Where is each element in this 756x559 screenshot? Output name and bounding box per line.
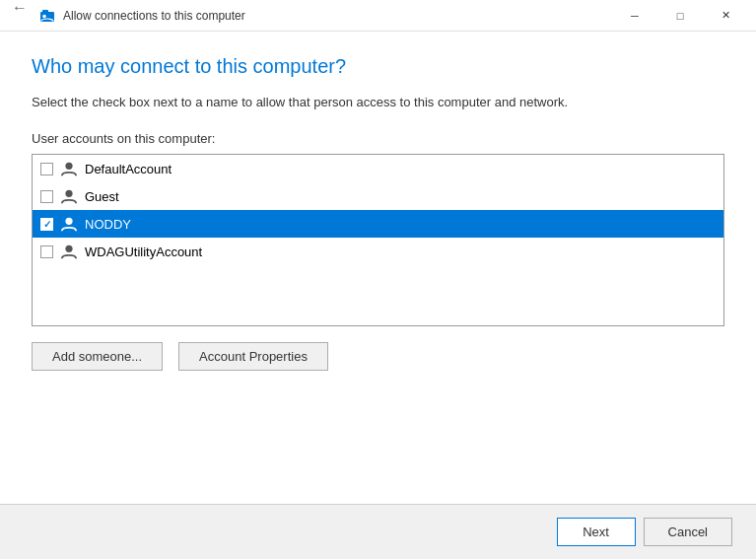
title-bar: ← Allow connections to this computer ─ □… [0,0,756,32]
title-bar-controls: ─ □ ✕ [612,0,748,32]
avatar-defaultaccount [59,159,79,178]
main-content: Who may connect to this computer? Select… [0,32,756,504]
account-properties-button[interactable]: Account Properties [178,342,328,371]
minimize-button[interactable]: ─ [612,0,657,32]
checkbox-wdagutilityaccount[interactable] [40,245,53,258]
svg-point-4 [65,190,72,197]
add-someone-button[interactable]: Add someone... [32,342,163,371]
section-label: User accounts on this computer: [32,131,724,146]
account-name-guest: Guest [85,189,119,204]
account-item-noddy[interactable]: NODDY [33,210,723,238]
account-name-noddy: NODDY [85,217,131,232]
footer: Next Cancel [0,504,756,559]
avatar-noddy [59,214,79,234]
avatar-wdagutilityaccount [59,242,79,261]
window-icon [39,8,55,24]
account-name-defaultaccount: DefaultAccount [85,162,172,176]
svg-point-3 [65,163,72,170]
svg-point-5 [65,218,72,225]
account-item-defaultaccount[interactable]: DefaultAccount [33,155,723,182]
avatar-guest [59,186,79,206]
title-bar-text: Allow connections to this computer [63,9,245,23]
description-text: Select the check box next to a name to a… [32,94,724,111]
checkbox-noddy[interactable] [40,218,53,231]
close-button[interactable]: ✕ [703,0,748,32]
svg-point-6 [65,245,72,252]
account-item-wdagutilityaccount[interactable]: WDAGUtilityAccount [33,238,723,265]
maximize-button[interactable]: □ [657,0,703,32]
svg-point-2 [42,14,46,18]
back-button[interactable]: ← [8,0,32,20]
title-bar-left: ← Allow connections to this computer [8,0,612,35]
account-item-guest[interactable]: Guest [33,182,723,210]
checkbox-guest[interactable] [40,190,53,203]
svg-rect-1 [42,10,48,14]
page-title: Who may connect to this computer? [32,55,724,78]
accounts-list[interactable]: DefaultAccount Guest NODDY [32,154,724,326]
action-buttons-row: Add someone... Account Properties [32,342,724,371]
account-name-wdagutilityaccount: WDAGUtilityAccount [85,245,202,259]
checkbox-defaultaccount[interactable] [40,163,53,175]
cancel-button[interactable]: Cancel [644,518,732,546]
next-button[interactable]: Next [557,518,636,546]
